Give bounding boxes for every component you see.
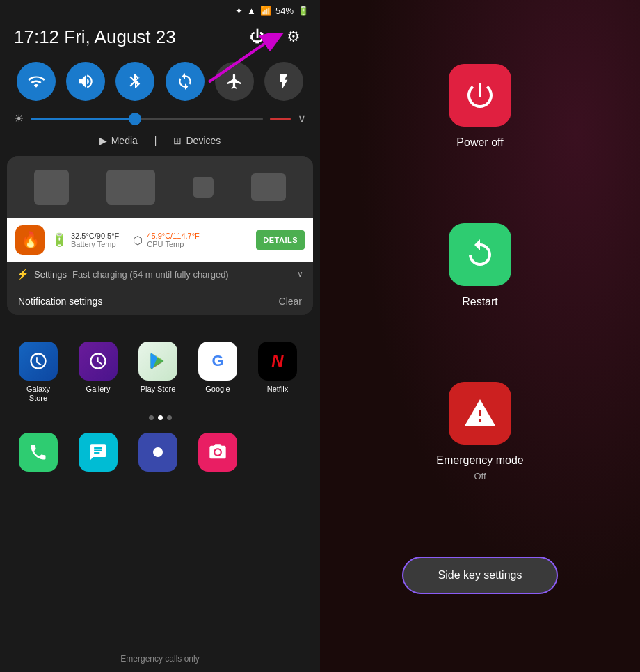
flashlight-toggle[interactable] — [264, 62, 303, 101]
power-button[interactable]: ⏻ — [245, 24, 270, 49]
app-gallery[interactable]: Gallery — [74, 342, 122, 403]
app-netflix[interactable]: N Netflix — [253, 342, 302, 403]
battery-text: 54% — [275, 6, 294, 16]
battery-temp-label: Battery Temp — [71, 240, 119, 248]
dot-1 — [149, 415, 154, 420]
charging-status: ⚡ Settings Fast charging (54 m until ful… — [7, 262, 313, 287]
cpu-temp: 45.9°C/114.7°F — [147, 232, 199, 240]
netflix-icon: N — [258, 342, 297, 381]
battery-block: 🔋 32.5°C/90.5°F Battery Temp — [51, 232, 119, 248]
dot-3 — [167, 415, 172, 420]
svg-point-0 — [153, 447, 163, 457]
bluetooth-toggle[interactable] — [115, 62, 154, 101]
galaxy-store-label: GalaxyStore — [26, 385, 50, 403]
app-google[interactable]: G Google — [193, 342, 242, 403]
devices-button[interactable]: ⊞ Devices — [173, 135, 221, 146]
blurred-area — [7, 156, 313, 218]
media-play-icon: ▶ — [99, 135, 107, 146]
brightness-slider[interactable] — [31, 118, 263, 120]
settings-label[interactable]: Settings — [34, 269, 67, 280]
phone-icon — [19, 433, 58, 472]
restart-label: Restart — [462, 294, 498, 310]
galaxy-store-icon — [19, 342, 58, 381]
right-panel: Power off Restart Emergency modeOff Side… — [320, 0, 640, 672]
media-devices-row: ▶ Media | ⊞ Devices — [0, 131, 320, 150]
app-phone[interactable] — [14, 433, 63, 476]
notification-settings-link[interactable]: Notification settings — [18, 296, 102, 307]
messages-icon — [79, 433, 118, 472]
brightness-expand-icon[interactable]: ∨ — [298, 112, 306, 125]
blur-block-3 — [193, 177, 214, 198]
emergency-calls-status: Emergency calls only — [0, 654, 320, 664]
charging-notification: 🔥 🔋 32.5°C/90.5°F Battery Temp ⬡ 45.9°C/… — [7, 218, 313, 262]
battery-icon: 🔋 — [298, 6, 309, 16]
battery-info: 🔋 32.5°C/90.5°F Battery Temp ⬡ 45.9°C/11… — [51, 232, 249, 248]
google-label: Google — [205, 385, 230, 394]
emergency-mode-option: Emergency modeOff — [436, 382, 523, 484]
bluetooth-icon: ✦ — [235, 6, 243, 16]
brightness-fill — [31, 118, 135, 120]
restart-button[interactable] — [449, 223, 511, 286]
brightness-row: ☀ ∨ — [0, 106, 320, 131]
unknown-icon — [138, 433, 177, 472]
clear-button[interactable]: Clear — [279, 296, 302, 307]
quick-toggles — [0, 56, 320, 106]
gallery-label: Gallery — [86, 385, 111, 394]
brightness-auto-icon — [270, 118, 291, 120]
volume-toggle[interactable] — [66, 62, 105, 101]
power-off-button[interactable] — [449, 64, 511, 127]
app-play-store[interactable]: Play Store — [134, 342, 182, 403]
status-bar: ✦ ▲ 📶 54% 🔋 — [0, 0, 320, 22]
blur-block-2 — [106, 170, 155, 205]
play-store-icon — [138, 342, 177, 381]
power-off-option: Power off — [449, 64, 511, 150]
charging-text: Fast charging (54 m until fully charged) — [72, 269, 291, 280]
cpu-temp-label: CPU Temp — [147, 240, 199, 248]
airplane-toggle[interactable] — [215, 62, 254, 101]
side-key-settings-button[interactable]: Side key settings — [402, 557, 559, 594]
devices-label: Devices — [186, 135, 221, 146]
media-button[interactable]: ▶ Media — [99, 135, 138, 146]
app-grid-top: GalaxyStore Gallery Play Store G Google … — [14, 335, 306, 410]
bolt-icon: ⚡ — [17, 269, 29, 280]
media-label: Media — [111, 135, 138, 146]
qs-header: 17:12 Fri, August 23 ⏻ ⚙ — [0, 22, 320, 56]
brightness-low-icon: ☀ — [14, 112, 24, 125]
datetime-display: 17:12 Fri, August 23 — [14, 26, 176, 48]
emergency-mode-button[interactable] — [449, 382, 511, 445]
gallery-icon — [79, 342, 118, 381]
cpu-icon: ⬡ — [133, 234, 143, 247]
fire-icon: 🔥 — [15, 225, 45, 255]
page-indicators — [14, 410, 306, 426]
emergency-mode-label: Emergency modeOff — [436, 453, 523, 484]
google-icon: G — [198, 342, 237, 381]
restart-option: Restart — [449, 223, 511, 310]
wifi-icon: ▲ — [247, 6, 256, 16]
notification-footer: Notification settings Clear — [7, 287, 313, 315]
app-camera[interactable] — [193, 433, 242, 476]
expand-arrow-icon[interactable]: ∨ — [297, 269, 303, 279]
netflix-label: Netflix — [267, 385, 289, 394]
play-store-label: Play Store — [141, 385, 176, 394]
settings-button[interactable]: ⚙ — [281, 24, 306, 49]
battery-temp: 32.5°C/90.5°F — [71, 232, 119, 240]
notification-panel: 🔥 🔋 32.5°C/90.5°F Battery Temp ⬡ 45.9°C/… — [7, 156, 313, 315]
camera-icon — [198, 433, 237, 472]
app-galaxy-store[interactable]: GalaxyStore — [14, 342, 63, 403]
left-panel: ✦ ▲ 📶 54% 🔋 17:12 Fri, August 23 ⏻ ⚙ — [0, 0, 320, 672]
details-button[interactable]: DETAILS — [256, 230, 305, 250]
brightness-thumb — [129, 113, 141, 125]
wifi-toggle[interactable] — [17, 62, 56, 101]
app-messages[interactable] — [74, 433, 122, 476]
blur-block-4 — [251, 173, 286, 201]
app-grid-bottom — [14, 426, 306, 483]
dot-2 — [158, 415, 163, 420]
app-unknown[interactable] — [134, 433, 182, 476]
blur-block-1 — [34, 170, 69, 205]
sync-toggle[interactable] — [166, 62, 205, 101]
cpu-block: ⬡ 45.9°C/114.7°F CPU Temp — [133, 232, 199, 248]
home-screen: GalaxyStore Gallery Play Store G Google … — [0, 321, 320, 490]
signal-icon: 📶 — [260, 6, 271, 16]
side-key-settings-label: Side key settings — [438, 569, 522, 581]
devices-grid-icon: ⊞ — [173, 135, 182, 146]
